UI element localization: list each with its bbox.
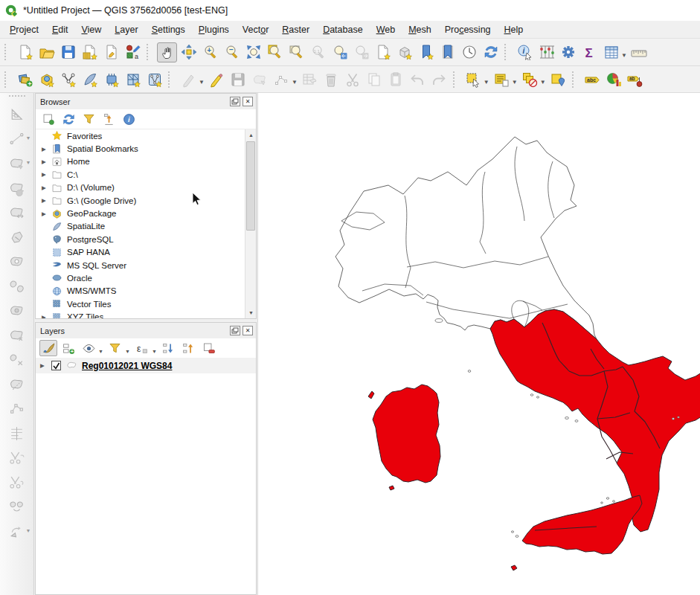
new-map-view-button[interactable] [373,42,393,62]
vertex-tool-dropdown-icon[interactable]: ▼ [292,79,298,86]
vertex-tool-alt-button[interactable] [6,398,28,419]
layer-row[interactable]: ▶Reg01012021 WGS84 [36,358,256,373]
select-features-by-value-button[interactable] [492,69,512,89]
offset-feature-button[interactable] [6,202,28,223]
zoom-last-button[interactable] [330,42,350,62]
show-spatial-bookmarks-button[interactable] [437,42,457,62]
rotate-symbols-button[interactable]: ▼ [6,521,28,542]
expand-arrow-icon[interactable]: ▶ [42,146,51,152]
trim-extend-button[interactable] [6,422,28,444]
multiedit-attributes-button[interactable] [300,69,320,89]
expand-arrow-icon[interactable]: ▶ [42,158,51,165]
browser-item-favorites[interactable]: Favorites [36,129,256,142]
move-feature-button[interactable]: ▼ [6,152,28,174]
float-panel-icon[interactable] [230,97,240,106]
browser-item-vector-tiles[interactable]: Vector Tiles [36,298,256,310]
style-manager-button[interactable]: a [123,42,143,62]
deselect-features-dropdown-icon[interactable]: ▼ [540,79,546,86]
toolbar-drag-handle[interactable] [572,71,577,88]
remove-layer-button[interactable] [200,340,218,356]
toolbar-drag-handle[interactable] [453,71,458,88]
menu-vector[interactable]: Vector [236,22,275,37]
select-features-by-location-button[interactable] [548,69,568,89]
redo-button[interactable] [429,69,449,89]
add-ring-button[interactable] [6,251,28,272]
select-features-button[interactable] [463,69,484,89]
delete-selected-button[interactable] [321,69,341,89]
menu-edit[interactable]: Edit [45,22,75,37]
delete-ring-button[interactable] [6,324,28,346]
menu-mesh[interactable]: Mesh [402,22,438,37]
expand-arrow-icon[interactable]: ▶ [40,362,50,369]
menu-view[interactable]: View [74,22,108,37]
toolbar-drag-handle[interactable] [168,71,173,88]
pan-map-button[interactable] [157,42,177,62]
open-attribute-table-dropdown-icon[interactable]: ▼ [621,52,627,59]
browser-item-xyz-tiles[interactable]: ▶XYZ Tiles [36,310,256,318]
merge-features-button[interactable] [6,496,28,518]
toolbar-drag-handle[interactable] [9,95,25,100]
set-square-button[interactable] [6,103,28,125]
close-panel-icon[interactable]: ✕ [243,97,253,106]
manage-map-themes-dropdown-icon[interactable]: ▼ [98,349,103,354]
processing-toolbox-button[interactable] [558,42,578,62]
open-project-button[interactable] [36,42,57,62]
filter-by-expression-dropdown-icon[interactable]: ▼ [152,349,157,354]
open-attribute-table-button[interactable] [601,42,621,62]
new-spatialite-layer-button[interactable] [80,69,100,89]
toolbar-drag-handle[interactable] [4,71,10,88]
show-layout-manager-button[interactable] [101,42,121,62]
menu-processing[interactable]: Processing [438,22,498,37]
split-features-button[interactable] [6,447,28,469]
new-geopackage-layer-button[interactable] [36,69,57,89]
browser-item-geopackage[interactable]: ▶GeoPackage [36,207,256,219]
browser-item-sap-hana[interactable]: SAP HANA [36,246,256,259]
zoom-next-button[interactable] [351,42,371,62]
browser-item-postgresql[interactable]: PostgreSQL [36,233,256,245]
scrollbar-thumb[interactable] [246,141,255,231]
expand-arrow-icon[interactable]: ▶ [42,184,51,191]
browser-scrollbar[interactable]: ▲ ▼ [245,129,256,318]
refresh-map-button[interactable] [481,42,501,62]
browser-item-d-volume[interactable]: ▶D:\ (Volume) [36,181,256,194]
browser-item-c[interactable]: ▶C:\ [36,168,256,181]
expand-arrow-icon[interactable]: ▶ [42,314,51,318]
split-parts-button[interactable] [6,472,28,493]
deselect-features-button[interactable] [520,69,540,89]
browser-item-wms-wmts[interactable]: WMS/WMTS [36,285,256,298]
add-part-button[interactable] [6,275,28,297]
current-edits-button[interactable] [250,69,270,89]
menu-project[interactable]: Project [3,22,45,37]
identify-features-button[interactable]: i [515,42,535,62]
filter-legend-dropdown-icon[interactable]: ▼ [125,349,130,354]
simplify-feature-button[interactable] [6,226,28,248]
new-3d-map-view-button[interactable] [394,42,414,62]
scroll-down-icon[interactable]: ▼ [245,307,256,318]
menu-settings[interactable]: Settings [145,22,192,37]
browser-item-home[interactable]: ▶Home [36,155,256,168]
new-project-button[interactable] [15,42,35,62]
menu-plugins[interactable]: Plugins [192,22,236,37]
digitize-tool-button[interactable] [179,69,199,89]
browser-item-oracle[interactable]: Oracle [36,271,256,284]
select-features-by-value-dropdown-icon[interactable]: ▼ [512,79,518,86]
close-panel-icon[interactable]: ✕ [243,326,253,335]
delete-part-button[interactable] [6,349,28,370]
expand-arrow-icon[interactable]: ▶ [42,210,51,217]
browser-item-ms-sql-server[interactable]: MS SQL Server [36,259,256,271]
new-spatial-bookmark-button[interactable] [416,42,436,62]
field-calculator-button[interactable] [536,42,556,62]
zoom-out-button[interactable]: − [222,42,242,62]
cut-features-button[interactable] [343,69,363,89]
menu-raster[interactable]: Raster [275,22,316,37]
add-selected-layers-button[interactable] [39,111,57,127]
filter-browser-button[interactable] [80,111,97,127]
toolbar-drag-handle[interactable] [147,44,152,60]
zoom-in-button[interactable]: + [200,42,220,62]
new-mesh-layer-button[interactable] [144,69,164,89]
filter-by-expression-button[interactable]: ε [133,340,151,356]
statistical-summary-button[interactable]: Σ [579,42,600,62]
measure-segment-button[interactable]: ▼ [6,128,28,149]
digitize-tool-dropdown-icon[interactable]: ▼ [199,79,205,86]
layer-diagram-options-button[interactable] [604,69,624,89]
